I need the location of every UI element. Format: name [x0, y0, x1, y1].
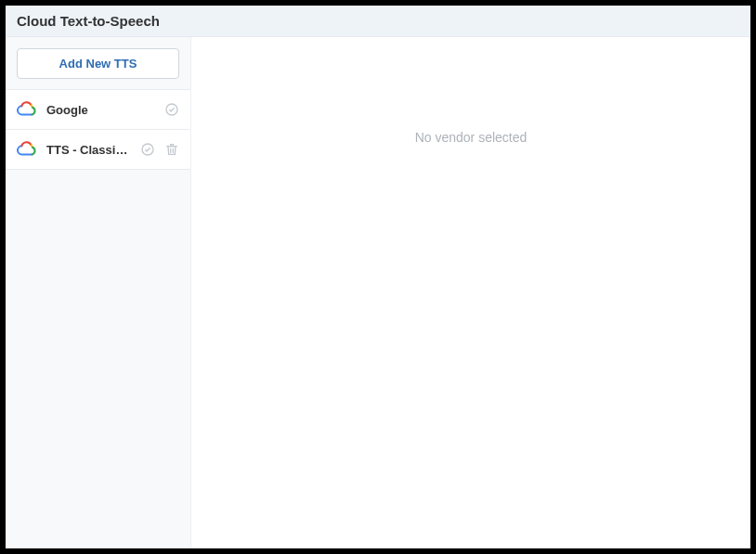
- vendor-item-tts-classics[interactable]: TTS - Classics ...: [6, 129, 190, 170]
- empty-state-message: No vendor selected: [191, 130, 750, 145]
- app-body: Add New TTS Google: [6, 37, 750, 548]
- svg-point-1: [142, 144, 153, 155]
- vendor-list: Google: [6, 90, 190, 170]
- vendor-item-google[interactable]: Google: [6, 89, 190, 130]
- google-cloud-icon: [17, 139, 37, 160]
- app-frame: Cloud Text-to-Speech Add New TTS: [0, 0, 756, 554]
- add-new-tts-button[interactable]: Add New TTS: [17, 48, 179, 79]
- page-title: Cloud Text-to-Speech: [6, 6, 750, 37]
- trash-icon[interactable]: [164, 142, 179, 157]
- svg-point-0: [166, 104, 177, 115]
- add-button-container: Add New TTS: [6, 37, 190, 90]
- sidebar: Add New TTS Google: [6, 37, 191, 548]
- check-circle-icon: [164, 102, 179, 117]
- check-circle-icon: [140, 142, 155, 157]
- vendor-item-label: TTS - Classics ...: [46, 143, 131, 157]
- vendor-item-label: Google: [46, 103, 155, 117]
- main-panel: No vendor selected: [191, 37, 750, 548]
- google-cloud-icon: [17, 99, 37, 120]
